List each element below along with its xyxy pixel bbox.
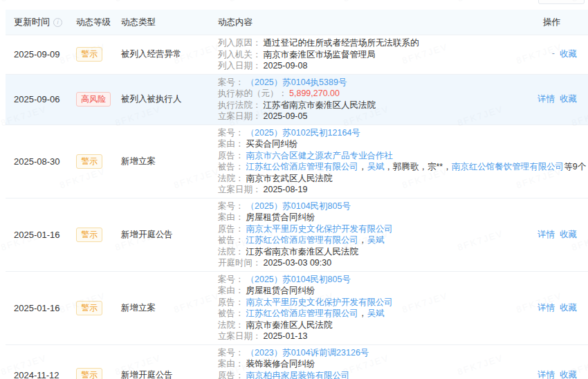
entity-link[interactable]: 南京太平里历史文化保护开发有限公司 xyxy=(246,224,394,234)
level-badge: 警示 xyxy=(76,47,102,62)
field-label: 立案日期： xyxy=(218,111,261,121)
row-actions: 详情收藏 xyxy=(529,302,588,314)
dynamic-content: 案号：（2025）苏0102民初12164号案由：买卖合同纠纷原告：南京市六合区… xyxy=(218,125,586,198)
content-line: 案号：（2025）苏0102民初12164号 xyxy=(218,127,586,139)
field-label: 案由： xyxy=(218,139,244,149)
favorite-link[interactable]: 收藏 xyxy=(560,302,577,314)
entity-link[interactable]: 吴斌 xyxy=(367,308,385,318)
entity-link[interactable]: （2025）苏0104民初805号 xyxy=(246,275,351,284)
entity-link[interactable]: 南京柏冉家居装饰有限公司 xyxy=(246,371,350,379)
content-line: 案号：（2025）苏0104民初805号 xyxy=(218,201,529,212)
content-line: 执行标的（元）：5,899,270.00 xyxy=(218,88,529,100)
content-line: 案由：房屋租赁合同纠纷 xyxy=(218,212,529,223)
dynamic-type: 新增开庭公告 xyxy=(121,229,218,241)
detail-link[interactable]: 详情 xyxy=(538,369,555,379)
table-header: 更新时间 i 动态等级 动态类型 动态内容 操作 xyxy=(6,10,588,35)
content-line: 开庭时间：2025-03-03 09:30 xyxy=(218,257,529,269)
table-row: 2024-11-12警示新增开庭公告案号：（2023）苏0104诉前调23126… xyxy=(6,344,588,379)
level-badge: 警示 xyxy=(76,368,102,379)
content-line: 被告：江苏红公馆酒店管理有限公司，吴斌 xyxy=(218,308,529,320)
detail-link[interactable]: 详情 xyxy=(538,229,555,241)
content-line: 案号：（2023）苏0104诉前调23126号 xyxy=(218,347,529,359)
update-date: 2025-01-16 xyxy=(6,230,76,240)
entity-link[interactable]: （2025）苏0104民初805号 xyxy=(246,201,351,211)
field-label: 执行法院： xyxy=(218,100,261,110)
truncated-top-control[interactable] xyxy=(538,0,585,4)
field-value: 2025-09-05 xyxy=(264,111,308,121)
field-label: 原告： xyxy=(218,151,244,160)
entity-link[interactable]: 江苏红公馆酒店管理有限公司 xyxy=(246,235,359,245)
field-label: 列入原因： xyxy=(218,38,261,48)
table-row: 2025-09-09警示被列入经营异常列入原因：通过登记的住所或者经营场所无法联… xyxy=(6,35,588,74)
field-value: 5,899,270.00 xyxy=(289,89,340,98)
field-value: 房屋租赁合同纠纷 xyxy=(246,212,315,222)
field-label: 案号： xyxy=(218,77,244,87)
field-label: 被告： xyxy=(218,235,244,245)
field-value: 买卖合同纠纷 xyxy=(246,139,298,149)
field-label: 列入日期： xyxy=(218,61,261,71)
field-value: ， xyxy=(358,308,367,318)
field-label: 案号： xyxy=(218,348,244,358)
field-value: 通过登记的住所或者经营场所无法联系的 xyxy=(264,38,419,48)
row-actions: 详情收藏 xyxy=(529,93,588,105)
field-value: ， xyxy=(358,162,367,172)
field-value: 南京市秦淮区人民法院 xyxy=(246,320,333,330)
favorite-link[interactable]: 收藏 xyxy=(560,369,577,379)
entity-link[interactable]: （2023）苏0104诉前调23126号 xyxy=(246,348,369,358)
entity-link[interactable]: （2025）苏0102民初12164号 xyxy=(246,128,360,138)
field-label: 立案日期： xyxy=(218,185,261,194)
entity-link[interactable]: 南京太平里历史文化保护开发有限公司 xyxy=(246,297,394,307)
level-cell: 警示 xyxy=(76,47,121,62)
dynamic-content: 案号：（2025）苏0104民初805号案由：房屋租赁合同纠纷原告：南京太平里历… xyxy=(218,272,529,344)
table-body: 2025-09-09警示被列入经营异常列入原因：通过登记的住所或者经营场所无法联… xyxy=(6,35,588,379)
field-label: 被告： xyxy=(218,162,244,172)
entity-link[interactable]: 江苏红公馆酒店管理有限公司 xyxy=(246,162,359,172)
content-line: 案号：（2025）苏0104执5389号 xyxy=(218,77,529,89)
content-line: 原告：南京太平里历史文化保护开发有限公司 xyxy=(218,223,529,235)
content-line: 案由：装饰装修合同纠纷 xyxy=(218,358,529,370)
content-line: 原告：南京市六合区健之源农产品专业合作社 xyxy=(218,150,586,162)
field-value: 江苏省南京市秦淮区人民法院 xyxy=(246,247,359,257)
header-type: 动态类型 xyxy=(121,17,218,28)
entity-link[interactable]: （2025）苏0104执5389号 xyxy=(246,77,347,87)
content-line: 立案日期：2025-09-05 xyxy=(218,111,529,122)
field-label: 法院： xyxy=(218,320,244,330)
update-date: 2025-09-06 xyxy=(6,94,76,104)
field-label: 案由： xyxy=(218,212,244,222)
content-line: 原告：南京太平里历史文化保护开发有限公司 xyxy=(218,297,529,308)
favorite-link[interactable]: 收藏 xyxy=(560,48,577,60)
field-label: 原告： xyxy=(218,371,244,379)
field-value: 江苏省南京市秦淮区人民法院 xyxy=(264,100,376,110)
content-line: 案由：买卖合同纠纷 xyxy=(218,138,586,150)
content-line: 列入机关：南京市秦淮区市场监督管理局 xyxy=(218,49,529,61)
header-update-time-label: 更新时间 xyxy=(14,16,50,28)
content-line: 被告：江苏红公馆酒店管理有限公司，吴斌 xyxy=(218,234,529,246)
entity-link[interactable]: 吴斌 xyxy=(367,162,385,172)
field-value: 房屋租赁合同纠纷 xyxy=(246,286,315,295)
field-value: 等9个 xyxy=(564,162,586,172)
table-row: 2025-01-16警示新增立案案号：（2025）苏0104民初805号案由：房… xyxy=(6,271,588,344)
entity-link[interactable]: 江苏红公馆酒店管理有限公司 xyxy=(246,308,359,318)
field-label: 原告： xyxy=(218,297,244,307)
favorite-link[interactable]: 收藏 xyxy=(560,93,577,105)
entity-link[interactable]: 南京市六合区健之源农产品专业合作社 xyxy=(246,151,394,160)
field-value: 2025-09-08 xyxy=(264,61,308,71)
dynamic-content: 案号：（2025）苏0104民初805号案由：房屋租赁合同纠纷原告：南京太平里历… xyxy=(218,198,529,271)
table-row: 2025-08-30警示新增立案案号：（2025）苏0102民初12164号案由… xyxy=(6,124,588,198)
detail-link[interactable]: 详情 xyxy=(538,302,555,314)
content-line: 法院：江苏省南京市秦淮区人民法院 xyxy=(218,246,529,258)
entity-link[interactable]: 南京红公馆餐饮管理有限公司 xyxy=(452,162,564,172)
header-content: 动态内容 xyxy=(218,15,529,30)
content-line: 立案日期：2025-08-19 xyxy=(218,184,586,196)
field-label: 案号： xyxy=(218,275,244,284)
header-update-time: 更新时间 i xyxy=(6,16,76,28)
favorite-link[interactable]: 收藏 xyxy=(560,229,577,241)
update-date: 2025-09-09 xyxy=(6,49,76,59)
detail-link[interactable]: 详情 xyxy=(538,93,555,105)
field-label: 案号： xyxy=(218,128,244,138)
risk-dynamics-table: 更新时间 i 动态等级 动态类型 动态内容 操作 2025-09-09警示被列入… xyxy=(6,10,588,379)
dynamic-content: 案号：（2023）苏0104诉前调23126号案由：装饰装修合同纠纷原告：南京柏… xyxy=(218,345,529,379)
field-label: 开庭时间： xyxy=(218,258,261,268)
info-icon[interactable]: i xyxy=(53,18,62,27)
entity-link[interactable]: 吴斌 xyxy=(367,235,385,245)
